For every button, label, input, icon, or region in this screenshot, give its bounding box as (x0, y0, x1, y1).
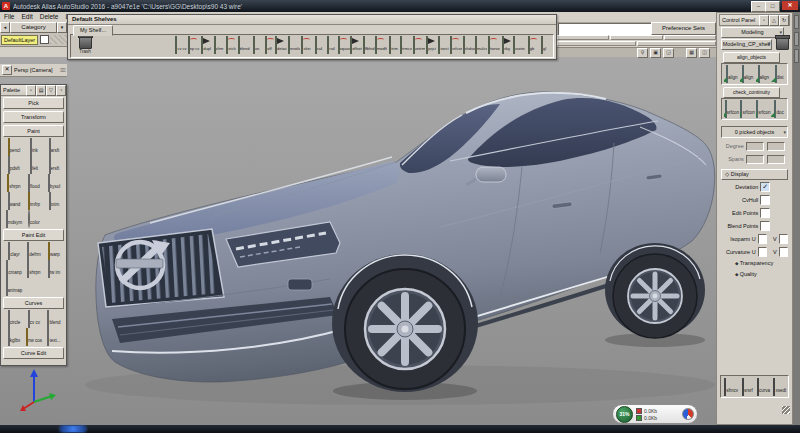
shelf-tool[interactable]: sky (500, 36, 512, 54)
palette-tool[interactable]: shrpn (4, 174, 24, 192)
scroll-left-icon[interactable]: ◂ (0, 22, 10, 33)
close-button[interactable]: ✕ (782, 1, 798, 10)
shelf-tool[interactable]: revolv (288, 36, 300, 54)
grid-icon[interactable]: ▦ (686, 48, 697, 58)
cp-tab-check-continuity[interactable]: check_continuity (723, 87, 780, 98)
shelf-tool[interactable]: prjct (425, 36, 437, 54)
menu-item[interactable]: File (4, 12, 14, 22)
palette-tab-curves[interactable]: Curves (3, 297, 64, 309)
shelf-tool[interactable]: off (263, 36, 275, 54)
shelf-tool[interactable] (314, 57, 326, 58)
palette-tool[interactable]: nw cos (24, 328, 44, 346)
palette-tool[interactable]: cmanp (4, 260, 24, 278)
picked-objects-header[interactable]: 0 picked objects ▾ (721, 126, 788, 138)
shelf-tab-my-shelf[interactable]: My Shelf... (73, 25, 113, 36)
list-icon[interactable]: ▤ (36, 85, 46, 96)
shelf-tool[interactable] (104, 57, 116, 58)
default-layer-chip[interactable]: DefaultLayer (1, 35, 38, 45)
palette-tool[interactable]: ersft (44, 156, 64, 174)
control-panel-titlebar[interactable]: Control Panel ▫ △ ↻ (719, 14, 790, 26)
maximize-button[interactable]: □ (765, 1, 780, 12)
car-model-canvas[interactable] (0, 57, 716, 425)
shelf-tool[interactable]: rail (325, 36, 337, 54)
shelf-tool[interactable] (374, 57, 386, 58)
shelf-tool[interactable] (269, 57, 281, 58)
palette-tool[interactable]: pdsft (4, 156, 24, 174)
shelf-window-title[interactable]: Default Shelves (68, 15, 556, 25)
palette-tool[interactable]: cv cv (24, 310, 44, 328)
palette-tool[interactable]: defrm (24, 242, 44, 260)
edge-tab[interactable] (794, 15, 799, 29)
cp-trash[interactable] (775, 37, 789, 50)
cp-tool[interactable]: srfcon (740, 100, 756, 118)
select-box-icon[interactable]: ▣ (650, 48, 661, 58)
shelf-tool[interactable]: ffblnd (363, 36, 375, 54)
palette-tool[interactable]: mdsym (4, 210, 24, 228)
checkbox[interactable] (760, 221, 770, 231)
tab-segment[interactable] (557, 35, 609, 40)
shelf-tool[interactable] (224, 57, 236, 58)
display-section-header[interactable]: ◇ Display (721, 169, 788, 180)
shelf-tool[interactable]: offset (350, 36, 362, 54)
palette-tool[interactable]: circle (4, 310, 24, 328)
shelf-tool[interactable] (329, 57, 341, 58)
cp-shelf-dropdown[interactable]: Modeling_CP_shelf ▾ (721, 39, 772, 50)
shelf-tool[interactable]: trmcvt (400, 36, 412, 54)
degree-field-v[interactable] (767, 142, 785, 151)
pin-icon[interactable]: ▫ (26, 85, 36, 96)
palette-tab-transform[interactable]: Transform (3, 111, 64, 123)
menu-item[interactable]: Edit (21, 12, 32, 22)
shelf-tool[interactable] (479, 57, 491, 58)
zoom-box-icon[interactable]: ◲ (663, 48, 674, 58)
palette-tool[interactable]: kglbx (4, 328, 24, 346)
shelf-tool[interactable] (449, 57, 461, 58)
palette-tool[interactable]: bysol (44, 174, 64, 192)
palette-tool[interactable]: color (24, 210, 44, 228)
shelf-tool[interactable] (254, 57, 266, 58)
shelf-tool[interactable]: square (338, 36, 350, 54)
shelf-trash[interactable]: Trash (75, 36, 95, 54)
cp-tool[interactable]: align (756, 65, 772, 83)
subsection-header[interactable]: Transparency (719, 258, 790, 269)
shelf-tool[interactable] (119, 57, 131, 58)
viewport-close-icon[interactable]: ✕ (2, 65, 12, 75)
lock-icon[interactable]: ⚲ (637, 48, 648, 58)
shelf-tool[interactable] (89, 57, 101, 58)
shelf-tool[interactable]: stch (225, 36, 237, 54)
palette-tab-curve-edit[interactable]: Curve Edit (3, 347, 64, 359)
viewport-grip-icon[interactable]: ≡≡ (60, 67, 65, 73)
palette-tool[interactable]: animap (4, 278, 24, 296)
shelf-tool[interactable]: xfrm (213, 36, 225, 54)
shelf-tool[interactable] (404, 57, 416, 58)
tab-segment[interactable] (664, 35, 716, 40)
shelf-tool[interactable]: gl (538, 36, 550, 54)
shelf-tool[interactable] (209, 57, 221, 58)
collapse-icon[interactable]: △ (769, 15, 779, 26)
tab-segment[interactable] (610, 35, 662, 40)
edge-tab[interactable] (794, 32, 799, 46)
cp-tool[interactable]: align (724, 65, 740, 83)
panels-icon[interactable]: ◫ (699, 48, 710, 58)
layer-swatch[interactable] (40, 35, 49, 44)
palette-tool[interactable]: shrpn (24, 260, 44, 278)
tab-segment[interactable] (557, 41, 636, 46)
cp-tab-align-objects[interactable]: align_objects (723, 52, 780, 63)
shelf-tool[interactable] (389, 57, 401, 58)
shelf-tool[interactable]: blend (238, 36, 250, 54)
cp-tool[interactable]: srfcon (724, 100, 740, 118)
palette-tool[interactable]: text... (44, 328, 64, 346)
cycle-icon[interactable]: ◔ (56, 85, 66, 96)
spans-field-u[interactable] (746, 155, 764, 164)
shelf-tool[interactable]: horver (488, 36, 500, 54)
cp-tool[interactable]: srsrf (739, 378, 755, 396)
shelf-tool[interactable]: skin (300, 36, 312, 54)
perspective-viewport[interactable] (0, 57, 716, 425)
menu-item[interactable]: Delete (40, 12, 59, 22)
checkbox-v[interactable] (779, 234, 788, 244)
shelf-tool[interactable] (464, 57, 476, 58)
shelf-tool[interactable]: mulcol (475, 36, 487, 54)
cp-tool[interactable]: align (740, 65, 756, 83)
cp-tool[interactable]: doc (771, 100, 787, 118)
palette-tab-paint[interactable]: Paint (3, 125, 64, 137)
chevron-down-icon[interactable]: ▾ (57, 22, 67, 33)
